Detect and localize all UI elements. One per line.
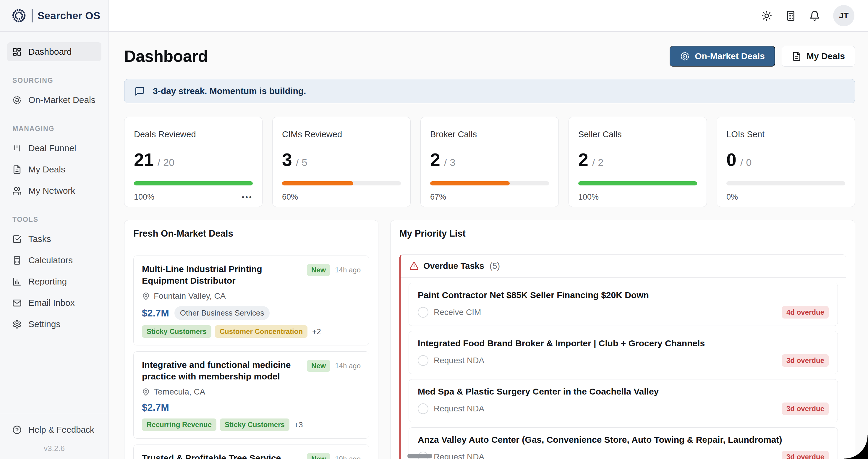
stat-value: 0 <box>726 149 736 170</box>
new-badge: New <box>307 453 330 459</box>
deal-time: 19h ago <box>335 455 361 459</box>
page-title: Dashboard <box>124 47 208 66</box>
page-header: Dashboard On-Market Deals <box>124 46 855 66</box>
on-market-deals-button[interactable]: On-Market Deals <box>670 46 775 66</box>
help-feedback-button[interactable]: Help & Feedback <box>7 420 101 439</box>
deal-card[interactable]: Integrative and functional medicine prac… <box>133 351 369 438</box>
sidebar-item-deal-funnel[interactable]: Deal Funnel <box>7 139 101 158</box>
task-card[interactable]: Anza Valley Auto Center (Gas, Convenienc… <box>409 427 838 459</box>
stat-label: CIMs Reviewed <box>282 129 401 139</box>
deal-time: 14h ago <box>335 266 361 274</box>
stat-label: LOIs Sent <box>726 129 845 139</box>
deal-card[interactable]: Multi-Line Industrial Printing Equipment… <box>133 255 369 345</box>
sidebar-item-settings[interactable]: Settings <box>7 315 101 334</box>
overdue-tasks-count: (5) <box>490 261 500 271</box>
sidebar-item-on-market-deals[interactable]: On-Market Deals <box>7 91 101 110</box>
overdue-tasks-header: Overdue Tasks (5) <box>401 255 846 278</box>
file-text-icon <box>792 52 802 61</box>
sun-icon <box>761 10 772 21</box>
sidebar-item-dashboard[interactable]: Dashboard <box>7 42 101 61</box>
sidebar-footer: Help & Feedback v3.2.6 <box>0 413 108 459</box>
notifications-button[interactable] <box>809 10 820 21</box>
on-market-deals-button-label: On-Market Deals <box>695 51 765 61</box>
logo-divider <box>32 9 33 23</box>
stat-label: Seller Calls <box>578 129 697 139</box>
task-action-label: Request NDA <box>434 452 782 459</box>
priority-list-title: My Priority List <box>391 220 855 247</box>
topbar: JT <box>109 0 868 32</box>
alert-triangle-icon <box>409 262 418 271</box>
task-card[interactable]: Paint Contractor Net $85K Seller Financi… <box>409 283 838 326</box>
stat-number: 2 / 3 <box>430 149 549 170</box>
task-title: Paint Contractor Net $85K Seller Financi… <box>418 290 829 300</box>
sidebar-item-email-inbox[interactable]: Email Inbox <box>7 294 101 312</box>
deal-tag: Sticky Customers <box>220 419 289 431</box>
stat-card-deals-reviewed: Deals Reviewed 21 / 20 100% ••• <box>124 117 262 207</box>
horizontal-scrollbar-thumb[interactable] <box>407 454 432 458</box>
task-title: Anza Valley Auto Center (Gas, Convenienc… <box>418 435 829 445</box>
stat-percent: 100% <box>134 192 154 202</box>
stat-target-value: 5 <box>302 157 307 168</box>
sidebar-section-sourcing: SOURCING <box>12 76 101 85</box>
stat-number: 0 / 0 <box>726 149 845 170</box>
theme-toggle-button[interactable] <box>761 10 772 21</box>
users-icon <box>12 186 22 195</box>
task-action-label: Request NDA <box>434 404 782 414</box>
deal-card-top: Integrative and functional medicine prac… <box>142 359 361 382</box>
deal-meta: New 14h ago <box>307 264 361 276</box>
fresh-deals-list: Multi-Line Industrial Printing Equipment… <box>124 247 378 459</box>
calculator-button[interactable] <box>785 10 796 21</box>
map-pin-icon <box>142 292 150 300</box>
bar-chart-icon <box>12 277 22 286</box>
deal-location-text: Fountain Valley, CA <box>154 291 225 301</box>
my-deals-button[interactable]: My Deals <box>782 46 855 66</box>
stat-target-value: 3 <box>450 157 455 168</box>
progress-fill <box>134 181 253 185</box>
deal-title: Multi-Line Industrial Printing Equipment… <box>142 263 303 286</box>
deal-meta: New 14h ago <box>307 360 361 372</box>
user-avatar[interactable]: JT <box>833 5 855 26</box>
priority-list-body: Overdue Tasks (5) Paint Contractor Net $… <box>391 247 855 459</box>
deal-price: $2.7M <box>142 402 169 413</box>
stat-number: 3 / 5 <box>282 149 401 170</box>
sidebar-item-reporting[interactable]: Reporting <box>7 272 101 291</box>
main-column: JT Dashboard On-Market Deals <box>109 0 868 459</box>
task-card[interactable]: Integrated Food Brand Broker & Importer … <box>409 331 838 374</box>
fresh-deals-title: Fresh On-Market Deals <box>124 220 378 247</box>
task-checkbox[interactable] <box>418 403 428 414</box>
deal-tag: Recurring Revenue <box>142 419 216 431</box>
sidebar-item-tasks[interactable]: Tasks <box>7 230 101 248</box>
stat-label: Broker Calls <box>430 129 549 139</box>
progress-fill <box>282 181 353 185</box>
kanban-icon <box>12 144 22 153</box>
overdue-tasks-label: Overdue Tasks <box>423 261 484 271</box>
new-badge: New <box>307 360 330 372</box>
stat-card-seller-calls: Seller Calls 2 / 2 100% <box>568 117 707 207</box>
overdue-badge: 3d overdue <box>782 402 829 415</box>
stat-target-value: 20 <box>163 157 175 168</box>
overdue-badge: 3d overdue <box>782 354 829 367</box>
sidebar-item-calculators[interactable]: Calculators <box>7 251 101 270</box>
streak-banner-text: 3-day streak. Momentum is building. <box>153 86 306 96</box>
stat-menu-dots[interactable]: ••• <box>242 193 253 202</box>
deal-meta: New 19h ago <box>307 453 361 459</box>
progress-track <box>430 181 549 185</box>
sidebar-item-my-deals[interactable]: My Deals <box>7 160 101 179</box>
streak-banner: 3-day streak. Momentum is building. <box>124 79 855 103</box>
stat-card-cims-reviewed: CIMs Reviewed 3 / 5 60% <box>272 117 411 207</box>
stat-footer: 0% <box>726 192 845 202</box>
sidebar-item-my-network[interactable]: My Network <box>7 181 101 200</box>
task-action-label: Request NDA <box>434 356 782 365</box>
task-checkbox[interactable] <box>418 355 428 366</box>
sidebar-item-label: Dashboard <box>28 47 72 57</box>
overdue-badge: 3d overdue <box>782 451 829 459</box>
progress-track <box>134 181 253 185</box>
deal-card[interactable]: Trusted & Profitable Tree Service Busine… <box>133 445 369 459</box>
stat-target-value: 0 <box>746 157 751 168</box>
task-card[interactable]: Med Spa & Plastic Surgery Center in the … <box>409 379 838 422</box>
progress-track <box>578 181 697 185</box>
mail-icon <box>12 298 22 308</box>
file-text-icon <box>12 165 22 174</box>
stat-separator: / <box>740 157 743 168</box>
task-checkbox[interactable] <box>418 307 428 318</box>
